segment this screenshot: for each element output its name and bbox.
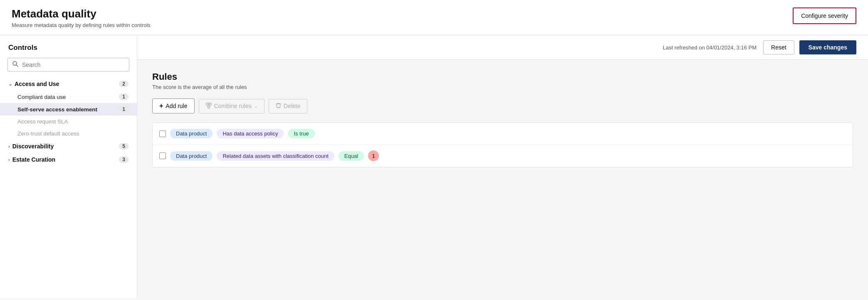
sidebar-item-compliant-data-use[interactable]: Compliant data use 1	[0, 91, 137, 103]
group-label-estate-curation: Estate Curation	[12, 156, 55, 163]
tag-has-data-access-policy: Has data access policy	[217, 129, 284, 138]
save-changes-button[interactable]: Save changes	[799, 40, 856, 54]
rules-title: Rules	[152, 71, 853, 82]
group-label-access-and-use: Access and Use	[15, 81, 59, 87]
rules-section: Rules The score is the average of all th…	[137, 60, 868, 179]
rules-toolbar: + Add rule Combine rules ⌄	[152, 98, 853, 113]
main-content: Last refreshed on 04/01/2024, 3:16 PM Re…	[137, 35, 868, 298]
sidebar-group-discoverability: › Discoverability 5	[0, 140, 137, 153]
group-count-discoverability: 5	[119, 143, 129, 150]
search-box	[7, 58, 129, 71]
sidebar-group-access-and-use: ⌄ Access and Use 2 Compliant data use 1 …	[0, 77, 137, 140]
svg-rect-2	[206, 103, 208, 105]
rule-checkbox-2[interactable]	[159, 152, 166, 159]
page-header: Metadata quality Measure metadata qualit…	[0, 0, 868, 35]
svg-rect-3	[209, 103, 211, 105]
search-icon	[12, 61, 19, 69]
sidebar-item-label: Zero-trust default access	[17, 130, 79, 137]
sidebar-item-label: Self-serve access enablement	[17, 106, 97, 113]
group-count-access-and-use: 2	[119, 81, 129, 87]
last-refreshed-text: Last refreshed on 04/01/2024, 3:16 PM	[663, 44, 757, 51]
rule-row: Data product Related data assets with cl…	[153, 145, 853, 167]
plus-icon: +	[159, 102, 163, 110]
sidebar-item-self-serve-access[interactable]: Self-serve access enablement 1	[0, 103, 137, 116]
sidebar-group-header-discoverability[interactable]: › Discoverability 5	[0, 140, 137, 153]
group-label-discoverability: Discoverability	[12, 143, 54, 150]
tag-related-data-assets: Related data assets with classification …	[217, 151, 334, 161]
rules-subtitle: The score is the average of all the rule…	[152, 84, 853, 90]
page-subtitle: Measure metadata quality by defining rul…	[12, 22, 151, 28]
chevron-down-icon: ⌄	[8, 81, 12, 87]
tag-equal: Equal	[339, 151, 364, 161]
page-title: Metadata quality	[12, 7, 151, 20]
add-rule-button[interactable]: + Add rule	[152, 98, 195, 113]
reset-button[interactable]: Reset	[763, 40, 794, 54]
tag-number-value: 1	[368, 150, 379, 161]
svg-line-1	[16, 65, 18, 66]
sidebar-group-header-access-and-use[interactable]: ⌄ Access and Use 2	[0, 77, 137, 91]
controls-label: Controls	[0, 44, 137, 58]
rule-checkbox-1[interactable]	[159, 130, 166, 137]
rule-row: Data product Has data access policy Is t…	[153, 123, 853, 145]
sidebar-group-header-estate-curation[interactable]: › Estate Curation 3	[0, 153, 137, 166]
tag-data-product-2: Data product	[170, 151, 213, 161]
combine-icon	[206, 103, 212, 110]
item-count: 1	[119, 106, 129, 113]
sidebar-items-access-and-use: Compliant data use 1 Self-serve access e…	[0, 91, 137, 140]
sidebar-item-zero-trust[interactable]: Zero-trust default access	[0, 128, 137, 140]
rules-list: Data product Has data access policy Is t…	[152, 123, 853, 167]
main-layout: Controls ⌄ Access and Use 2	[0, 35, 868, 298]
search-input[interactable]	[22, 61, 125, 68]
chevron-down-icon: ⌄	[254, 104, 257, 108]
search-container	[0, 58, 137, 77]
configure-severity-button[interactable]: Configure severity	[793, 7, 856, 24]
tag-data-product-1: Data product	[170, 129, 213, 138]
combine-rules-button: Combine rules ⌄	[199, 99, 265, 113]
trash-icon	[276, 103, 281, 110]
item-count: 1	[119, 93, 129, 100]
svg-rect-4	[208, 106, 210, 108]
sidebar-item-access-request-sla[interactable]: Access request SLA	[0, 116, 137, 128]
header-left: Metadata quality Measure metadata qualit…	[12, 7, 151, 28]
sidebar-item-label: Compliant data use	[17, 94, 66, 100]
content-toolbar: Last refreshed on 04/01/2024, 3:16 PM Re…	[137, 35, 868, 60]
sidebar-item-label: Access request SLA	[17, 118, 68, 125]
sidebar: Controls ⌄ Access and Use 2	[0, 35, 137, 298]
sidebar-group-estate-curation: › Estate Curation 3	[0, 153, 137, 166]
tag-is-true: Is true	[288, 129, 314, 138]
chevron-right-icon: ›	[8, 144, 10, 149]
delete-button: Delete	[269, 99, 307, 113]
group-count-estate-curation: 3	[119, 156, 129, 163]
chevron-right-icon: ›	[8, 157, 10, 162]
